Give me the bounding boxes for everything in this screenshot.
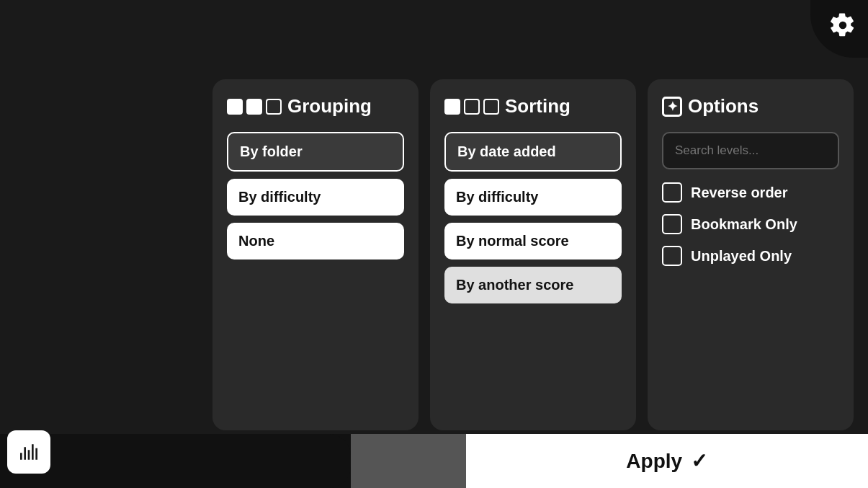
sorting-option-by-difficulty[interactable]: By difficulty (444, 179, 622, 216)
grouping-panel: Grouping By folder By difficulty None (212, 79, 419, 430)
sorting-option-by-normal-score[interactable]: By normal score (444, 223, 622, 259)
sorting-icon-sq2 (464, 99, 480, 115)
bottom-bar-left (0, 434, 351, 488)
options-icon: ✦ (662, 97, 682, 117)
apply-button[interactable]: Apply ✓ (466, 434, 869, 488)
reverse-order-checkbox[interactable] (662, 182, 682, 203)
gear-button[interactable] (810, 0, 868, 58)
grouping-option-by-difficulty[interactable]: By difficulty (227, 179, 404, 216)
grouping-title: Grouping (287, 95, 372, 117)
panels-container: Grouping By folder By difficulty None So… (212, 79, 854, 430)
sorting-icon-sq1 (444, 99, 460, 115)
grouping-icon-sq2 (246, 99, 262, 115)
bottom-left-icon-button[interactable] (7, 430, 50, 474)
sorting-icon-group (444, 99, 499, 115)
options-header: ✦ Options (662, 95, 839, 117)
sorting-option-by-date-added[interactable]: By date added (444, 132, 622, 172)
bookmark-only-row: Bookmark Only (662, 214, 839, 234)
sorting-header: Sorting (444, 95, 622, 117)
unplayed-only-row: Unplayed Only (662, 246, 839, 266)
sorting-option-by-another-score[interactable]: By another score (444, 267, 622, 303)
bookmark-only-label: Bookmark Only (691, 216, 797, 233)
grouping-icon-sq3 (266, 99, 282, 115)
grouping-icon-group (227, 99, 282, 115)
sorting-title: Sorting (505, 95, 571, 117)
bookmark-only-checkbox[interactable] (662, 214, 682, 234)
apply-checkmark-icon: ✓ (691, 449, 707, 473)
unplayed-only-checkbox[interactable] (662, 246, 682, 266)
options-title: Options (688, 95, 759, 117)
grouping-option-by-folder[interactable]: By folder (227, 132, 404, 172)
grouping-header: Grouping (227, 95, 404, 117)
chart-icon (17, 440, 40, 463)
reverse-order-row: Reverse order (662, 182, 839, 203)
bottom-bar-mid (351, 434, 466, 488)
gear-icon (830, 12, 856, 38)
bottom-bar: Apply ✓ (0, 434, 868, 488)
unplayed-only-label: Unplayed Only (691, 248, 792, 265)
reverse-order-label: Reverse order (691, 185, 788, 201)
options-panel: ✦ Options Reverse order Bookmark Only Un… (648, 79, 854, 430)
grouping-icon-sq1 (227, 99, 243, 115)
search-levels-input[interactable] (662, 132, 839, 169)
grouping-option-none[interactable]: None (227, 223, 404, 259)
sorting-icon-sq3 (483, 99, 499, 115)
apply-label: Apply (626, 450, 682, 473)
sorting-panel: Sorting By date added By difficulty By n… (430, 79, 636, 430)
